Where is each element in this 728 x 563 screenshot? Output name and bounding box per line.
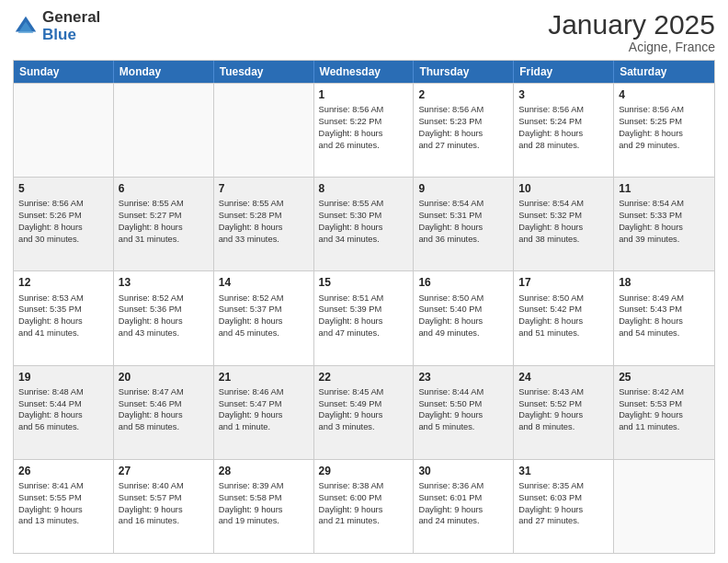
cell-details: Sunrise: 8:56 AM Sunset: 5:24 PM Dayligh… xyxy=(518,105,584,149)
calendar-cell: 11Sunrise: 8:54 AM Sunset: 5:33 PM Dayli… xyxy=(614,178,714,270)
day-number: 17 xyxy=(518,275,609,290)
calendar-row-5: 26Sunrise: 8:41 AM Sunset: 5:55 PM Dayli… xyxy=(14,459,714,553)
page: General Blue January 2025 Acigne, France… xyxy=(0,0,728,563)
calendar-cell: 20Sunrise: 8:47 AM Sunset: 5:46 PM Dayli… xyxy=(114,366,214,459)
logo-blue: Blue xyxy=(42,27,100,44)
day-number: 7 xyxy=(219,181,309,196)
calendar-cell: 8Sunrise: 8:55 AM Sunset: 5:30 PM Daylig… xyxy=(314,178,415,270)
day-number: 19 xyxy=(18,370,108,385)
calendar-cell: 3Sunrise: 8:56 AM Sunset: 5:24 PM Daylig… xyxy=(514,84,614,177)
cell-details: Sunrise: 8:44 AM Sunset: 5:50 PM Dayligh… xyxy=(418,387,483,431)
calendar-cell: 1Sunrise: 8:56 AM Sunset: 5:22 PM Daylig… xyxy=(314,84,415,177)
calendar-cell xyxy=(214,84,314,177)
cell-details: Sunrise: 8:35 AM Sunset: 6:03 PM Dayligh… xyxy=(518,481,584,525)
day-number: 29 xyxy=(319,464,409,478)
cell-details: Sunrise: 8:36 AM Sunset: 6:01 PM Dayligh… xyxy=(418,481,483,525)
header-cell-friday: Friday xyxy=(514,61,614,83)
calendar-cell: 4Sunrise: 8:56 AM Sunset: 5:25 PM Daylig… xyxy=(614,84,714,177)
calendar-row-4: 19Sunrise: 8:48 AM Sunset: 5:44 PM Dayli… xyxy=(14,365,714,459)
calendar-cell: 17Sunrise: 8:50 AM Sunset: 5:42 PM Dayli… xyxy=(514,271,614,364)
month-title: January 2025 xyxy=(548,9,715,40)
calendar-cell: 25Sunrise: 8:42 AM Sunset: 5:53 PM Dayli… xyxy=(614,366,714,459)
day-number: 16 xyxy=(418,275,508,290)
cell-details: Sunrise: 8:54 AM Sunset: 5:32 PM Dayligh… xyxy=(518,199,584,243)
calendar-cell: 7Sunrise: 8:55 AM Sunset: 5:28 PM Daylig… xyxy=(214,178,314,270)
calendar-cell: 31Sunrise: 8:35 AM Sunset: 6:03 PM Dayli… xyxy=(514,460,614,553)
day-number: 30 xyxy=(418,464,508,478)
header-cell-thursday: Thursday xyxy=(414,61,514,83)
day-number: 14 xyxy=(219,275,309,290)
cell-details: Sunrise: 8:56 AM Sunset: 5:25 PM Dayligh… xyxy=(619,105,684,149)
calendar-cell: 19Sunrise: 8:48 AM Sunset: 5:44 PM Dayli… xyxy=(14,366,114,459)
day-number: 1 xyxy=(319,87,409,102)
day-number: 20 xyxy=(119,370,209,385)
day-number: 22 xyxy=(319,370,409,385)
day-number: 24 xyxy=(518,370,609,385)
header-cell-monday: Monday xyxy=(114,61,214,83)
day-number: 2 xyxy=(418,87,508,102)
logo-icon xyxy=(13,14,39,40)
header: General Blue January 2025 Acigne, France xyxy=(13,9,715,54)
title-block: January 2025 Acigne, France xyxy=(548,9,715,54)
calendar-cell: 30Sunrise: 8:36 AM Sunset: 6:01 PM Dayli… xyxy=(414,460,514,553)
calendar-body: 1Sunrise: 8:56 AM Sunset: 5:22 PM Daylig… xyxy=(14,83,714,553)
logo-general: General xyxy=(42,9,100,27)
cell-details: Sunrise: 8:50 AM Sunset: 5:40 PM Dayligh… xyxy=(418,293,483,338)
calendar-cell: 12Sunrise: 8:53 AM Sunset: 5:35 PM Dayli… xyxy=(14,271,114,364)
calendar-cell: 13Sunrise: 8:52 AM Sunset: 5:36 PM Dayli… xyxy=(114,271,214,364)
calendar-cell: 21Sunrise: 8:46 AM Sunset: 5:47 PM Dayli… xyxy=(214,366,314,459)
subtitle: Acigne, France xyxy=(548,40,715,54)
day-number: 28 xyxy=(219,464,309,478)
day-number: 26 xyxy=(18,464,108,478)
calendar-cell: 24Sunrise: 8:43 AM Sunset: 5:52 PM Dayli… xyxy=(514,366,614,459)
calendar-cell: 16Sunrise: 8:50 AM Sunset: 5:40 PM Dayli… xyxy=(414,271,514,364)
cell-details: Sunrise: 8:49 AM Sunset: 5:43 PM Dayligh… xyxy=(619,293,684,338)
calendar-header: SundayMondayTuesdayWednesdayThursdayFrid… xyxy=(14,61,714,83)
calendar-row-2: 5Sunrise: 8:56 AM Sunset: 5:26 PM Daylig… xyxy=(14,177,714,270)
cell-details: Sunrise: 8:43 AM Sunset: 5:52 PM Dayligh… xyxy=(518,387,584,431)
cell-details: Sunrise: 8:47 AM Sunset: 5:46 PM Dayligh… xyxy=(119,387,184,431)
day-number: 5 xyxy=(18,181,108,196)
cell-details: Sunrise: 8:39 AM Sunset: 5:58 PM Dayligh… xyxy=(219,481,284,525)
day-number: 23 xyxy=(418,370,508,385)
header-cell-tuesday: Tuesday xyxy=(214,61,314,83)
cell-details: Sunrise: 8:41 AM Sunset: 5:55 PM Dayligh… xyxy=(18,481,84,525)
calendar-row-1: 1Sunrise: 8:56 AM Sunset: 5:22 PM Daylig… xyxy=(14,83,714,177)
day-number: 4 xyxy=(619,87,710,102)
cell-details: Sunrise: 8:48 AM Sunset: 5:44 PM Dayligh… xyxy=(18,387,84,431)
day-number: 6 xyxy=(119,181,209,196)
calendar-cell: 27Sunrise: 8:40 AM Sunset: 5:57 PM Dayli… xyxy=(114,460,214,553)
calendar-cell: 29Sunrise: 8:38 AM Sunset: 6:00 PM Dayli… xyxy=(314,460,415,553)
day-number: 21 xyxy=(219,370,309,385)
cell-details: Sunrise: 8:52 AM Sunset: 5:36 PM Dayligh… xyxy=(119,293,184,338)
calendar-cell xyxy=(114,84,214,177)
cell-details: Sunrise: 8:53 AM Sunset: 5:35 PM Dayligh… xyxy=(18,293,84,338)
calendar-cell: 15Sunrise: 8:51 AM Sunset: 5:39 PM Dayli… xyxy=(314,271,415,364)
cell-details: Sunrise: 8:54 AM Sunset: 5:31 PM Dayligh… xyxy=(418,199,483,243)
calendar-cell: 14Sunrise: 8:52 AM Sunset: 5:37 PM Dayli… xyxy=(214,271,314,364)
day-number: 11 xyxy=(619,181,710,196)
logo-text: General Blue xyxy=(42,9,100,43)
calendar-cell: 10Sunrise: 8:54 AM Sunset: 5:32 PM Dayli… xyxy=(514,178,614,270)
logo: General Blue xyxy=(13,9,100,43)
cell-details: Sunrise: 8:40 AM Sunset: 5:57 PM Dayligh… xyxy=(119,481,184,525)
cell-details: Sunrise: 8:38 AM Sunset: 6:00 PM Dayligh… xyxy=(319,481,384,525)
cell-details: Sunrise: 8:42 AM Sunset: 5:53 PM Dayligh… xyxy=(619,387,684,431)
calendar-cell: 9Sunrise: 8:54 AM Sunset: 5:31 PM Daylig… xyxy=(414,178,514,270)
day-number: 3 xyxy=(518,87,609,102)
day-number: 13 xyxy=(119,275,209,290)
cell-details: Sunrise: 8:55 AM Sunset: 5:28 PM Dayligh… xyxy=(219,199,284,243)
calendar-row-3: 12Sunrise: 8:53 AM Sunset: 5:35 PM Dayli… xyxy=(14,270,714,364)
cell-details: Sunrise: 8:56 AM Sunset: 5:22 PM Dayligh… xyxy=(319,105,384,149)
day-number: 15 xyxy=(319,275,409,290)
calendar-cell: 22Sunrise: 8:45 AM Sunset: 5:49 PM Dayli… xyxy=(314,366,415,459)
cell-details: Sunrise: 8:55 AM Sunset: 5:30 PM Dayligh… xyxy=(319,199,384,243)
calendar-cell: 26Sunrise: 8:41 AM Sunset: 5:55 PM Dayli… xyxy=(14,460,114,553)
day-number: 31 xyxy=(518,464,609,478)
calendar-cell: 2Sunrise: 8:56 AM Sunset: 5:23 PM Daylig… xyxy=(414,84,514,177)
cell-details: Sunrise: 8:54 AM Sunset: 5:33 PM Dayligh… xyxy=(619,199,684,243)
cell-details: Sunrise: 8:55 AM Sunset: 5:27 PM Dayligh… xyxy=(119,199,184,243)
cell-details: Sunrise: 8:52 AM Sunset: 5:37 PM Dayligh… xyxy=(219,293,284,338)
cell-details: Sunrise: 8:50 AM Sunset: 5:42 PM Dayligh… xyxy=(518,293,584,338)
day-number: 8 xyxy=(319,181,409,196)
